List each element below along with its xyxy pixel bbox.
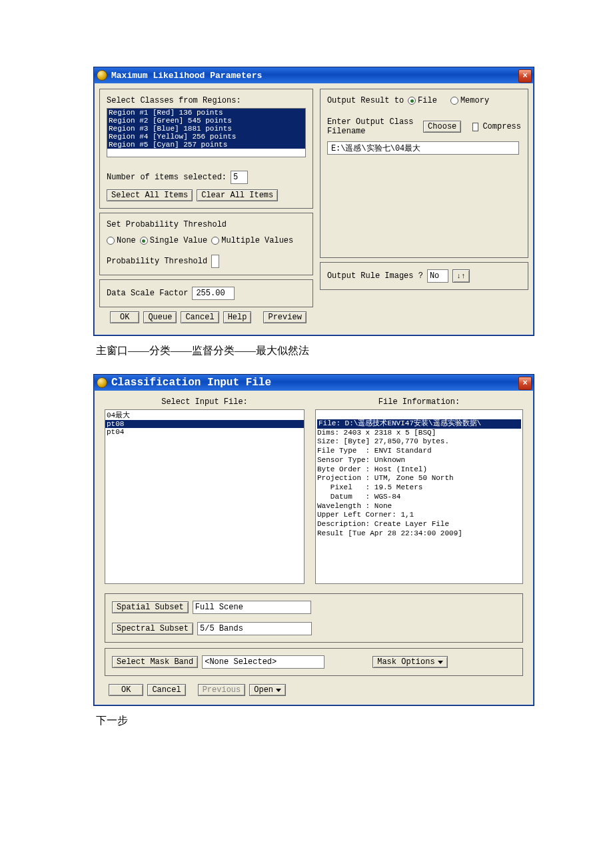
select-mask-band-button[interactable]: Select Mask Band — [112, 656, 198, 668]
list-item[interactable]: pt04 — [105, 428, 304, 436]
list-item[interactable]: 04最大 — [105, 410, 304, 420]
enter-output-filename-label: Enter Output Class Filename — [327, 117, 419, 136]
titlebar[interactable]: Maximum Likelihood Parameters × — [94, 67, 534, 83]
classification-input-dialog: Classification Input File × Select Input… — [93, 374, 534, 706]
cancel-button[interactable]: Cancel — [147, 684, 185, 696]
input-file-list[interactable]: 04最大 pt08 pt04 — [105, 409, 305, 584]
spatial-subset-button[interactable]: Spatial Subset — [112, 601, 189, 613]
radio-file[interactable]: File — [408, 96, 437, 105]
rule-images-value: No — [427, 269, 448, 283]
spectral-subset-button[interactable]: Spectral Subset — [112, 623, 193, 635]
radio-none[interactable]: None — [107, 236, 136, 245]
open-button[interactable]: Open — [249, 684, 286, 696]
spatial-subset-value: Full Scene — [193, 601, 311, 614]
data-scale-label: Data Scale Factor — [107, 289, 188, 298]
spectral-subset-value: 5/5 Bands — [197, 622, 312, 635]
ok-button[interactable]: OK — [110, 311, 139, 323]
queue-button[interactable]: Queue — [143, 311, 177, 323]
radio-single-value[interactable]: Single Value — [140, 236, 207, 245]
radio-memory[interactable]: Memory — [450, 96, 489, 105]
close-icon[interactable]: × — [518, 377, 532, 390]
set-prob-threshold-label: Set Probability Threshold — [107, 220, 306, 229]
compress-label: Compress — [482, 122, 521, 131]
data-scale-input[interactable] — [192, 287, 235, 300]
list-item[interactable]: Region #4 [Yellow] 256 points — [107, 133, 305, 141]
file-info-box: File: D:\遥感技术ENVI47安装\遥感实验数据\Dims: 2403 … — [315, 409, 523, 584]
chevron-down-icon — [276, 689, 281, 692]
previous-button: Previous — [198, 684, 246, 696]
select-input-file-label: Select Input File: — [105, 397, 305, 407]
file-information-label: File Information: — [315, 397, 523, 407]
compress-checkbox[interactable] — [472, 123, 479, 131]
list-item[interactable]: Region #5 [Cyan] 257 points — [107, 141, 305, 149]
output-result-label: Output Result to — [327, 96, 404, 105]
regions-list[interactable]: Region #1 [Red] 136 points Region #2 [Gr… — [107, 108, 306, 157]
prob-threshold-input[interactable] — [211, 255, 219, 268]
window-title: Maximum Likelihood Parameters — [111, 71, 262, 81]
cancel-button[interactable]: Cancel — [181, 311, 219, 323]
output-rule-images-label: Output Rule Images ? — [327, 271, 423, 281]
list-item[interactable]: Region #1 [Red] 136 points — [107, 109, 305, 117]
rule-images-toggle[interactable]: ↓↑ — [452, 269, 470, 283]
caption-text: 主窗口——分类——监督分类——最大似然法 — [96, 344, 613, 358]
choose-button[interactable]: Choose — [423, 121, 461, 133]
window-title: Classification Input File — [111, 377, 271, 389]
caption-text: 下一步 — [96, 714, 613, 728]
app-icon — [97, 70, 107, 81]
file-info-text: File: D:\遥感技术ENVI47安装\遥感实验数据\Dims: 2403 … — [317, 410, 521, 557]
list-item[interactable]: pt08 — [105, 420, 304, 428]
mask-options-button[interactable]: Mask Options — [372, 656, 447, 668]
output-path-input[interactable] — [327, 141, 519, 155]
clear-all-button[interactable]: Clear All Items — [197, 189, 278, 201]
ok-button[interactable]: OK — [109, 684, 143, 696]
num-items-label: Number of items selected: — [107, 173, 227, 182]
prob-threshold-label: Probability Threshold — [107, 257, 207, 266]
help-button[interactable]: Help — [223, 311, 252, 323]
num-items-field: 5 — [231, 171, 248, 184]
mask-band-value: <None Selected> — [202, 655, 324, 669]
preview-button[interactable]: Preview — [263, 311, 306, 323]
titlebar[interactable]: Classification Input File × — [94, 375, 534, 391]
close-icon[interactable]: × — [518, 69, 532, 83]
app-icon — [97, 377, 107, 388]
list-item[interactable]: Region #2 [Green] 545 points — [107, 117, 305, 125]
radio-multiple-values[interactable]: Multiple Values — [211, 236, 293, 245]
chevron-down-icon — [438, 661, 443, 664]
max-likelihood-dialog: Maximum Likelihood Parameters × Select C… — [93, 67, 534, 336]
select-all-button[interactable]: Select All Items — [107, 189, 193, 201]
select-classes-label: Select Classes from Regions: — [107, 96, 306, 105]
list-item[interactable]: Region #3 [Blue] 1881 points — [107, 125, 305, 133]
